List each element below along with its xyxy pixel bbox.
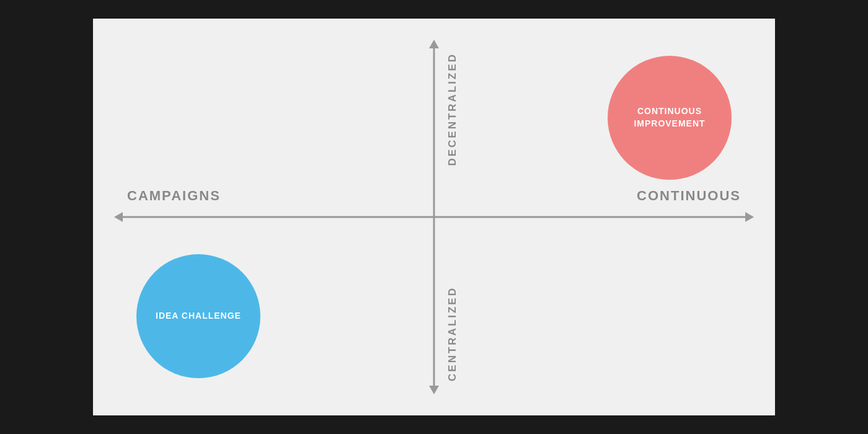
arrow-left-icon <box>114 212 123 222</box>
continuous-label: CONTINUOUS <box>637 188 741 204</box>
quadrant-chart: CAMPAIGNS CONTINUOUS DECENTRALIZED CENTR… <box>93 19 775 415</box>
campaigns-label: CAMPAIGNS <box>127 188 221 204</box>
idea-challenge-bubble[interactable]: IDEA CHALLENGE <box>136 254 260 378</box>
arrow-down-icon <box>429 386 439 394</box>
continuous-improvement-label: CONTINUOUS IMPROVEMENT <box>608 105 732 130</box>
arrow-right-icon <box>745 212 754 222</box>
decentralized-label: DECENTRALIZED <box>446 53 459 166</box>
idea-challenge-label: IDEA CHALLENGE <box>156 310 241 322</box>
vertical-axis <box>433 43 435 391</box>
continuous-improvement-bubble[interactable]: CONTINUOUS IMPROVEMENT <box>608 56 732 180</box>
centralized-label: CENTRALIZED <box>446 286 459 381</box>
arrow-up-icon <box>429 40 439 48</box>
